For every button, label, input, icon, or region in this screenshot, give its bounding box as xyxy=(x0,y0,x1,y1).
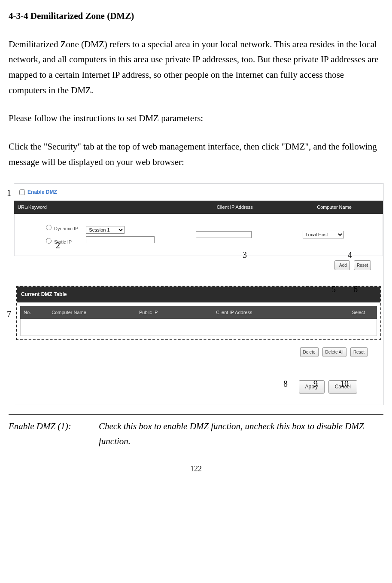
router-ui-panel: Enable DMZ URL/Keyword Client IP Address… xyxy=(14,183,383,405)
callout-4: 4 xyxy=(348,247,352,262)
header-computer-name: Computer Name xyxy=(289,203,380,211)
th-public-ip: Public IP xyxy=(139,308,216,317)
th-select: Select xyxy=(304,308,374,317)
header-url: URL/Keyword xyxy=(18,203,180,211)
callout-3: 3 xyxy=(243,247,247,262)
callout-5: 5 xyxy=(331,282,336,296)
static-ip-input[interactable] xyxy=(86,236,155,243)
input-header-bar: URL/Keyword Client IP Address Computer N… xyxy=(14,201,383,214)
intro-paragraph-2: Please follow the instructions to set DM… xyxy=(9,111,383,126)
callout-1: 1 xyxy=(7,186,11,200)
divider xyxy=(9,414,383,415)
add-button[interactable]: Add xyxy=(334,260,350,270)
reset-button[interactable]: Reset xyxy=(354,260,371,270)
dmz-table-header: No. Computer Name Public IP Client IP Ad… xyxy=(20,306,377,319)
callout-6: 6 xyxy=(353,282,358,296)
intro-paragraph-3: Click the "Security" tab at the top of w… xyxy=(9,139,383,170)
reset2-button[interactable]: Reset xyxy=(350,347,368,357)
intro-paragraph-1: Demilitarized Zone (DMZ) refers to a spe… xyxy=(9,37,383,98)
radio-static-ip-label[interactable]: Static IP xyxy=(44,237,78,246)
th-computer-name: Computer Name xyxy=(52,308,139,317)
dmz-table-body xyxy=(20,319,377,336)
callout-10: 10 xyxy=(340,376,349,391)
section-heading: 4-3-4 Demilitarized Zone (DMZ) xyxy=(9,9,383,24)
session-select[interactable]: Session 1 xyxy=(86,226,125,234)
callout-7: 7 xyxy=(7,307,11,321)
screenshot-figure: 1 2 3 4 5 6 7 8 9 10 Enable DMZ URL/Keyw… xyxy=(9,183,383,405)
description-text: Check this box to enable DMZ function, u… xyxy=(99,419,383,449)
th-no: No. xyxy=(24,308,52,317)
callout-2: 2 xyxy=(56,238,60,253)
page-number: 122 xyxy=(9,462,383,476)
radio-dynamic-ip-label[interactable]: Dynamic IP xyxy=(44,223,78,233)
client-ip-input[interactable] xyxy=(196,231,252,238)
radio-dynamic-ip[interactable] xyxy=(46,225,52,230)
radio-dynamic-ip-text: Dynamic IP xyxy=(54,226,78,231)
delete-all-button[interactable]: Delete All xyxy=(322,347,346,357)
callout-9: 9 xyxy=(313,376,318,391)
radio-static-ip[interactable] xyxy=(46,238,52,244)
th-client-ip: Client IP Address xyxy=(216,308,304,317)
delete-button[interactable]: Delete xyxy=(300,347,319,357)
callout-8: 8 xyxy=(283,376,288,391)
input-row: Dynamic IP Static IP Session 1 xyxy=(14,214,383,256)
apply-button[interactable]: Apply xyxy=(299,380,325,393)
description-label: Enable DMZ (1): xyxy=(9,419,99,449)
current-dmz-title: Current DMZ Table xyxy=(17,287,380,302)
header-client-ip: Client IP Address xyxy=(180,203,289,211)
computer-name-select[interactable]: Local Host xyxy=(303,231,344,238)
description-row: Enable DMZ (1): Check this box to enable… xyxy=(9,419,383,449)
enable-dmz-checkbox[interactable] xyxy=(19,189,25,195)
enable-dmz-label: Enable DMZ xyxy=(27,189,57,195)
current-dmz-section: Current DMZ Table No. Computer Name Publ… xyxy=(16,286,381,340)
